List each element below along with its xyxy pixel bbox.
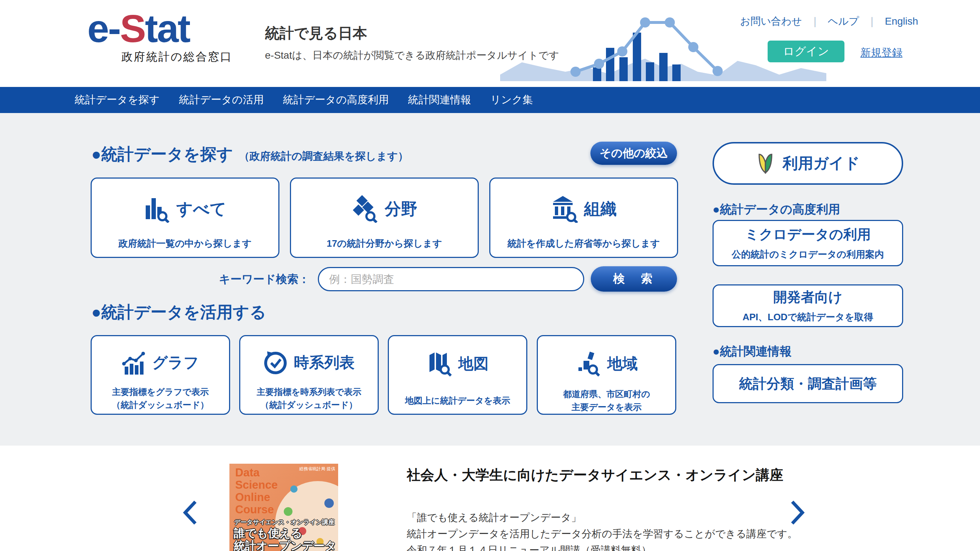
carousel-desc-line: 「誰でも使える統計オープンデータ」 [407, 509, 797, 526]
card-title: 時系列表 [294, 353, 355, 373]
beginner-mark-icon [756, 152, 775, 175]
carousel-prev-button[interactable] [182, 500, 197, 526]
carousel-item-title[interactable]: 社会人・大学生に向けたデータサイエンス・オンライン講座 [407, 463, 813, 487]
help-link[interactable]: ヘルプ [828, 14, 859, 28]
main-navigation: 統計データを探す 統計データの活用 統計データの高度利用 統計関連情報 リンク集 [0, 87, 980, 113]
nav-item-related-info[interactable]: 統計関連情報 [408, 93, 471, 107]
nav-item-use-data[interactable]: 統計データの活用 [179, 93, 264, 107]
card-description: 統計を作成した府省等から探します [508, 237, 660, 250]
card-description: 政府統計一覧の中から探します [119, 237, 252, 250]
find-heading-note: （政府統計の調査結果を探します） [239, 149, 408, 164]
card-title: 開発者向け [773, 288, 843, 306]
region-card[interactable]: 地域 都道府県、市区町村の 主要データを表示 [537, 335, 676, 415]
card-description: 公的統計のミクロデータの利用案内 [732, 248, 884, 261]
card-description: 都道府県、市区町村の 主要データを表示 [563, 387, 650, 414]
classification-card[interactable]: 統計分類・調査計画等 [713, 364, 903, 403]
link-separator: ｜ [867, 14, 877, 28]
line-chart-icon [122, 351, 146, 375]
poster-credit: 総務省統計局 提供 [299, 466, 335, 472]
card-description: 17の統計分野から探します [326, 237, 442, 250]
card-title: 地図 [458, 354, 489, 374]
carousel-desc-line: 令和７年１月１４日リニューアル開講（受講料無料） [407, 542, 797, 551]
chevron-left-icon [182, 500, 197, 525]
logo-part-tat: tat [145, 6, 189, 50]
keyword-search-label: キーワード検索： [219, 272, 310, 287]
card-title: すべて [176, 198, 226, 220]
time-series-card[interactable]: 時系列表 主要指標を時系列表で表示 （統計ダッシュボード） [239, 335, 379, 415]
other-filters-button[interactable]: その他の絞込 [590, 141, 677, 165]
site-header: e-Stat 政府統計の総合窓口 統計で見る日本 e-Statは、日本の統計が閲… [0, 0, 980, 87]
search-by-field-card[interactable]: 分野 17の統計分野から探します [290, 178, 479, 258]
contact-link[interactable]: お問い合わせ [740, 14, 802, 28]
card-description: 主要指標を時系列表で表示 （統計ダッシュボード） [256, 386, 361, 411]
carousel-slide-image[interactable]: 総務省統計局 提供 Data Science Online Course データ… [229, 464, 338, 551]
card-description: 地図上に統計データを表示 [405, 394, 510, 407]
card-title: 地域 [608, 354, 638, 374]
use-heading-text: ●統計データを活用する [91, 302, 266, 323]
card-title: 組織 [584, 198, 617, 220]
chevron-right-icon [790, 500, 805, 525]
card-title: ミクロデータの利用 [745, 225, 870, 244]
search-all-card[interactable]: すべて 政府統計一覧の中から探します [91, 178, 280, 258]
related-info-heading: ●統計関連情報 [713, 343, 792, 360]
site-logo[interactable]: e-Stat 政府統計の総合窓口 [88, 5, 233, 65]
carousel-desc-line: 統計オープンデータを活用したデータ分析の手法を学習することができる講座です。 [407, 526, 797, 542]
logo-part-e: e- [88, 6, 120, 50]
clock-icon [264, 351, 287, 375]
poster-dot [284, 507, 293, 516]
card-description: API、LODで統計データを取得 [743, 311, 873, 324]
guide-button-label: 利用ガイド [783, 153, 860, 173]
poster-headline-2: 統計オープンデータ [234, 538, 336, 551]
nav-item-advanced-use[interactable]: 統計データの高度利用 [283, 93, 389, 107]
region-search-icon [576, 351, 601, 377]
find-section-heading: ●統計データを探す （政府統計の調査結果を探します） [91, 143, 409, 165]
map-search-icon [426, 351, 452, 377]
developer-card[interactable]: 開発者向け API、LODで統計データを取得 [713, 284, 903, 327]
utility-links: お問い合わせ ｜ ヘルプ ｜ English [740, 14, 918, 28]
nav-item-links[interactable]: リンク集 [490, 93, 533, 107]
advanced-use-heading: ●統計データの高度利用 [713, 202, 840, 218]
microdata-card[interactable]: ミクロデータの利用 公的統計のミクロデータの利用案内 [713, 220, 903, 266]
register-link[interactable]: 新規登録 [861, 46, 902, 60]
carousel-next-button[interactable] [790, 500, 805, 526]
link-separator: ｜ [810, 14, 820, 28]
card-title: 分野 [385, 198, 417, 220]
poster-ribbon-text: データサイエンス・オンライン講座 [234, 518, 334, 526]
card-description: 主要指標をグラフで表示 （統計ダッシュボード） [112, 386, 209, 411]
graph-card[interactable]: グラフ 主要指標をグラフで表示 （統計ダッシュボード） [91, 335, 230, 415]
use-section-heading: ●統計データを活用する [91, 302, 266, 323]
poster-dot [325, 499, 334, 508]
english-link[interactable]: English [885, 16, 918, 27]
cubes-search-icon [352, 195, 379, 223]
keyword-search-input[interactable] [318, 267, 584, 291]
poster-dot [290, 486, 298, 493]
logo-part-s: S [120, 6, 145, 50]
card-title: グラフ [152, 353, 199, 373]
map-card[interactable]: 地図 地図上に統計データを表示 [388, 335, 527, 415]
usage-guide-button[interactable]: 利用ガイド [713, 142, 903, 185]
card-title: 統計分類・調査計画等 [739, 375, 877, 393]
e-stat-homepage: e-Stat 政府統計の総合窓口 統計で見る日本 e-Statは、日本の統計が閲… [0, 0, 980, 551]
bar-chart-search-icon [143, 195, 170, 223]
search-button[interactable]: 検 索 [591, 266, 677, 292]
government-building-search-icon [551, 195, 578, 223]
login-button[interactable]: ログイン [768, 41, 845, 62]
carousel-item-description: 「誰でも使える統計オープンデータ」 統計オープンデータを活用したデータ分析の手法… [407, 509, 797, 551]
logo-wordmark: e-Stat [88, 5, 233, 52]
search-by-organization-card[interactable]: 組織 統計を作成した府省等から探します [489, 178, 678, 258]
find-heading-text: ●統計データを探す [91, 143, 233, 165]
nav-item-find-data[interactable]: 統計データを探す [75, 93, 160, 107]
poster-english-title: Data Science Online Course [235, 467, 278, 516]
tagline-title: 統計で見る日本 [265, 23, 367, 43]
